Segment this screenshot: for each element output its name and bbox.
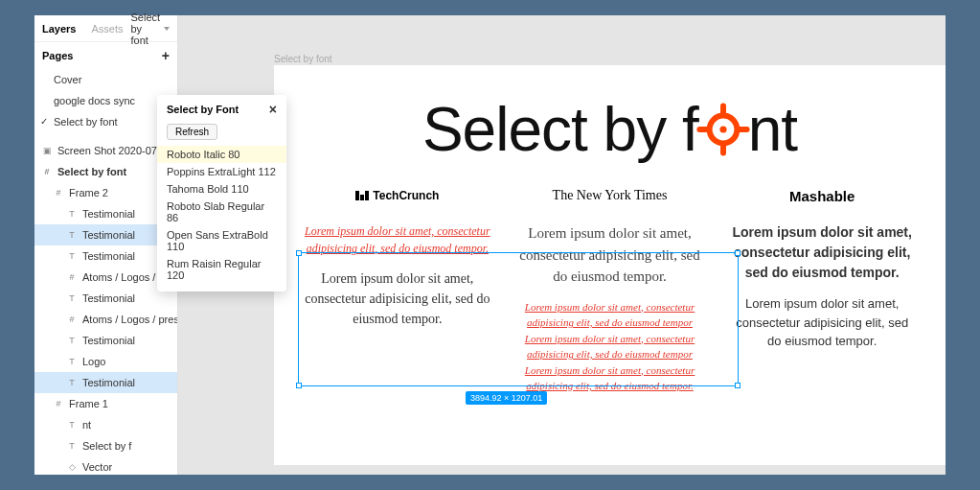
text-icon: T: [67, 441, 77, 451]
layer-row[interactable]: TTestimonial: [34, 372, 177, 393]
add-page-button[interactable]: +: [162, 48, 170, 63]
testimonial-text[interactable]: Lorem ipsum dolor sit amet, consectetur …: [303, 222, 492, 257]
layer-row[interactable]: TTestimonial: [34, 224, 177, 245]
font-option[interactable]: Rum Raisin Regular 120: [157, 255, 286, 284]
page-dropdown-label: Select by font: [131, 12, 162, 46]
page-item[interactable]: google docs sync: [34, 90, 177, 111]
layer-label: Testimonial: [82, 292, 135, 304]
brand-techcrunch: TechCrunch: [303, 182, 492, 209]
image-icon: ▣: [42, 146, 52, 155]
testimonial-text[interactable]: Lorem ipsum dolor sit amet, consectetur …: [515, 299, 705, 394]
layer-list: ▣Screen Shot 2020-07-08 at 16#Select by …: [34, 140, 177, 478]
layer-row[interactable]: TTestimonial: [34, 288, 177, 309]
layer-row[interactable]: TSelect by f: [34, 435, 177, 456]
layer-row[interactable]: #Atoms / Logos / pres: [34, 309, 177, 330]
text-icon: T: [67, 420, 77, 430]
techcrunch-logo-icon: [355, 191, 369, 200]
canvas[interactable]: Select by font Select by f nt: [178, 15, 946, 475]
column-3: Mashable Lorem ipsum dolor sit amet, con…: [727, 182, 917, 406]
text-icon: T: [67, 378, 77, 387]
text-icon: T: [67, 357, 77, 366]
headline: Select by f nt: [274, 65, 946, 182]
target-icon: [695, 101, 752, 158]
font-option[interactable]: Roboto Italic 80: [157, 146, 286, 163]
testimonial-text[interactable]: Lorem ipsum dolor sit amet, consectetur …: [727, 294, 917, 351]
popover-header: Select by Font ×: [157, 103, 286, 122]
page-list: Cover google docs sync Select by font: [34, 69, 177, 132]
artboard: Select by f nt: [274, 65, 946, 465]
layer-label: Testimonial: [82, 208, 135, 220]
testimonial-text[interactable]: Lorem ipsum dolor sit amet, consectetur …: [727, 222, 917, 283]
panel-topbar: Layers Assets Select by font: [34, 15, 177, 42]
layer-label: Testimonial: [82, 250, 135, 262]
chevron-down-icon: [164, 27, 170, 31]
layer-row[interactable]: TTestimonial: [34, 245, 177, 267]
font-option[interactable]: Roboto Slab Regular 86: [157, 198, 286, 226]
layer-label: Frame 2: [69, 187, 108, 198]
layer-label: Select by font: [57, 166, 126, 177]
vector-icon: ◇: [67, 462, 77, 472]
layer-row[interactable]: #Frame 2: [34, 182, 177, 203]
headline-left: Select by f: [422, 94, 698, 165]
testimonial-text[interactable]: Lorem ipsum dolor sit amet, consectetur …: [303, 268, 492, 329]
layer-label: Frame 1: [69, 398, 108, 409]
layer-label: Testimonial: [82, 335, 135, 346]
layer-row[interactable]: TTestimonial: [34, 203, 177, 224]
layer-row[interactable]: #Frame 1: [34, 393, 177, 414]
layer-row[interactable]: #Atoms / Logos / pres: [34, 267, 177, 288]
column-1: TechCrunch Lorem ipsum dolor sit amet, c…: [303, 182, 492, 406]
column-2: The New York Times Lorem ipsum dolor sit…: [515, 182, 705, 406]
select-by-font-popover: Select by Font × Refresh Roboto Italic 8…: [157, 95, 286, 292]
text-icon: T: [67, 293, 77, 303]
headline-text: Select by f nt: [422, 94, 797, 165]
brand-mashable: Mashable: [727, 182, 917, 209]
frame-icon: #: [67, 315, 77, 324]
font-option[interactable]: Poppins ExtraLight 112: [157, 163, 286, 180]
layer-label: Logo: [82, 356, 105, 367]
tab-layers[interactable]: Layers: [34, 23, 83, 35]
frame-icon: #: [67, 272, 77, 282]
layer-row[interactable]: ◇Vector: [34, 456, 177, 478]
tab-assets[interactable]: Assets: [83, 23, 130, 35]
refresh-button[interactable]: Refresh: [167, 124, 217, 140]
frame-label[interactable]: Select by font: [274, 54, 332, 64]
layer-row[interactable]: Tnt: [34, 414, 177, 435]
popover-title: Select by Font: [167, 104, 239, 115]
layer-label: Select by f: [82, 440, 131, 452]
brand-nyt: The New York Times: [515, 182, 705, 209]
layer-row[interactable]: TLogo: [34, 351, 177, 372]
font-option[interactable]: Open Sans ExtraBold 110: [157, 226, 286, 255]
layer-label: nt: [82, 419, 91, 431]
font-option[interactable]: Tahoma Bold 110: [157, 180, 286, 198]
text-icon: T: [67, 251, 77, 261]
layer-label: Testimonial: [82, 229, 135, 241]
svg-rect-2: [720, 103, 726, 115]
layer-row[interactable]: ▣Screen Shot 2020-07-08 at 16: [34, 140, 177, 161]
page-item[interactable]: Select by font: [34, 111, 177, 132]
layer-label: Vector: [82, 461, 112, 473]
selection-dimensions-badge: 3894.92 × 1207.01: [466, 391, 547, 405]
close-icon[interactable]: ×: [269, 103, 277, 116]
headline-right: nt: [748, 94, 797, 165]
layer-row[interactable]: TTestimonial: [34, 330, 177, 351]
svg-point-1: [719, 126, 726, 132]
frame-icon: #: [42, 167, 52, 176]
testimonial-text[interactable]: Lorem ipsum dolor sit amet, consectetur …: [515, 222, 705, 288]
layer-row[interactable]: #Select by font: [34, 161, 177, 182]
font-list: Roboto Italic 80Poppins ExtraLight 112Ta…: [157, 146, 286, 284]
text-icon: T: [67, 336, 77, 345]
layer-label: Atoms / Logos / pres: [82, 314, 177, 325]
frame-icon: #: [54, 399, 63, 408]
svg-rect-4: [696, 127, 709, 132]
text-icon: T: [67, 209, 77, 219]
layer-label: Testimonial: [82, 377, 135, 388]
frame-icon: #: [54, 188, 63, 198]
page-dropdown[interactable]: Select by font: [131, 12, 171, 46]
columns: TechCrunch Lorem ipsum dolor sit amet, c…: [274, 182, 946, 406]
page-item[interactable]: Cover: [34, 69, 177, 90]
pages-heading: Pages +: [34, 42, 177, 69]
svg-rect-3: [720, 143, 726, 155]
text-icon: T: [67, 230, 77, 240]
